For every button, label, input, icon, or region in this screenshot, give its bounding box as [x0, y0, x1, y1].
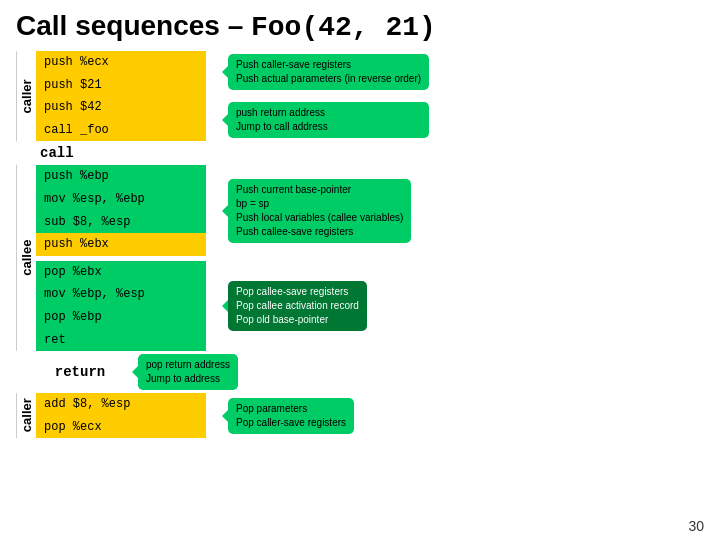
- code-pop-ebx: pop %ebx: [36, 261, 206, 284]
- call-label-row: call: [16, 141, 704, 165]
- code-push-42: push $42: [36, 96, 206, 119]
- return-label: return: [40, 362, 120, 382]
- bubble-caller-bot-text: Pop parametersPop caller-save registers: [236, 403, 346, 428]
- bubble-callee-bot-text: Pop callee-save registersPop callee acti…: [236, 286, 359, 325]
- bubble-callee-top-text: Push current base-pointerbp = spPush loc…: [236, 184, 403, 237]
- callee-section: callee push %ebp mov %esp, %ebp sub $8, …: [16, 165, 704, 351]
- code-push-ecx: push %ecx: [36, 51, 206, 74]
- code-ret: ret: [36, 329, 206, 352]
- page-title: Call sequences – Foo(42, 21): [16, 10, 704, 43]
- code-push-ebp: push %ebp: [36, 165, 206, 188]
- code-call-foo: call _foo: [36, 119, 206, 142]
- caller-top-code: push %ecx push $21 push $42 call _foo: [36, 51, 206, 141]
- code-push-21: push $21: [36, 74, 206, 97]
- bubble-push-ret: push return addressJump to call address: [228, 102, 429, 138]
- bubble-return-text: pop return addressJump to address: [146, 359, 230, 384]
- bubble-push-ret-text: push return addressJump to call address: [236, 107, 328, 132]
- bubble-callee-bot: Pop callee-save registersPop callee acti…: [228, 281, 367, 331]
- callee-top-bubble-col: Push current base-pointerbp = spPush loc…: [206, 165, 411, 255]
- callee-top-code: push %ebp mov %esp, %ebp sub $8, %esp pu…: [36, 165, 206, 255]
- code-add-8-esp: add $8, %esp: [36, 393, 206, 416]
- callee-bot-code: pop %ebx mov %ebp, %esp pop %ebp ret: [36, 261, 206, 351]
- caller-bot-label: caller: [16, 393, 36, 438]
- title-code: Foo(42, 21): [251, 12, 436, 43]
- return-row: return pop return addressJump to address: [16, 354, 704, 390]
- code-mov-esp-ebp: mov %esp, %ebp: [36, 188, 206, 211]
- main-layout: caller push %ecx push $21 push $42 call …: [16, 51, 704, 438]
- caller-bot-section: caller add $8, %esp pop %ecx Pop paramet…: [16, 393, 704, 438]
- code-mov-ebp-esp: mov %ebp, %esp: [36, 283, 206, 306]
- bubble-return: pop return addressJump to address: [138, 354, 238, 390]
- code-push-ebx: push %ebx: [36, 233, 206, 256]
- caller-bot-code: add $8, %esp pop %ecx: [36, 393, 206, 438]
- callee-bot-bubble-col: Pop callee-save registersPop callee acti…: [206, 261, 367, 351]
- callee-label: callee: [16, 165, 36, 351]
- bubble-callee-top: Push current base-pointerbp = spPush loc…: [228, 179, 411, 243]
- page-number: 30: [688, 518, 704, 534]
- code-sub-8-esp: sub $8, %esp: [36, 211, 206, 234]
- call-label: call: [40, 143, 74, 163]
- title-text: Call sequences –: [16, 10, 251, 41]
- caller-top-label: caller: [16, 51, 36, 141]
- bubble-push-regs: Push caller-save registersPush actual pa…: [228, 54, 429, 90]
- bubble-caller-bot: Pop parametersPop caller-save registers: [228, 398, 354, 434]
- caller-bot-bubble-col: Pop parametersPop caller-save registers: [206, 393, 354, 438]
- code-pop-ebp: pop %ebp: [36, 306, 206, 329]
- bubble-push-regs-text: Push caller-save registersPush actual pa…: [236, 59, 421, 84]
- caller-top-bubbles: Push caller-save registersPush actual pa…: [206, 51, 429, 141]
- code-pop-ecx: pop %ecx: [36, 416, 206, 439]
- caller-top-section: caller push %ecx push $21 push $42 call …: [16, 51, 704, 141]
- page: Call sequences – Foo(42, 21) caller push…: [0, 0, 720, 540]
